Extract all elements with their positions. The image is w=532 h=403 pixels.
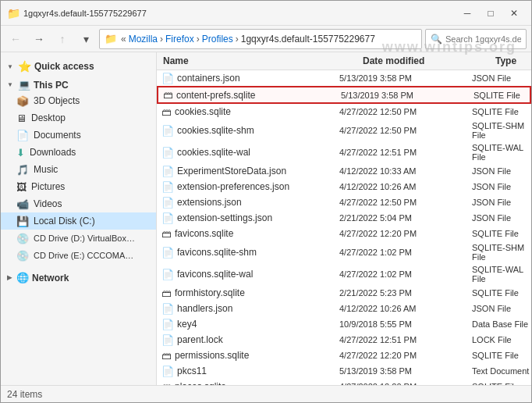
table-row[interactable]: 🗃 places.sqlite 4/27/2022 12:20 PM SQLIT… [157,379,531,385]
sidebar-item-downloads[interactable]: ⬇ Downloads [1,144,156,161]
file-type: SQLITE File [469,107,531,116]
downloads-icon: ⬇ [16,147,25,159]
statusbar: 24 items [1,385,531,402]
sidebar-section-this-pc[interactable]: ▼ 💻 This PC [1,74,156,92]
downloads-label: Downloads [30,147,76,158]
sidebar-item-pictures[interactable]: 🖼 Pictures [1,178,156,195]
table-row[interactable]: 📄 handlers.json 4/12/2022 10:26 AM JSON … [157,301,531,316]
sidebar-item-cd-drive-d[interactable]: 💿 CD Drive (D:) VirtualBox Guest A [1,230,156,247]
up-button[interactable]: ↑ [52,29,73,49]
recent-button[interactable]: ▾ [76,29,96,49]
file-date: 4/27/2022 12:20 PM [336,351,469,360]
col-header-name[interactable]: Name [157,55,360,66]
file-name: 🗃 favicons.sqlite [157,228,336,240]
col-header-date[interactable]: Date modified [360,55,492,66]
file-type: Data Base File [469,319,531,329]
file-date: 4/27/2022 12:20 PM [336,229,469,238]
cd-drive-d-icon: 💿 [16,233,29,244]
table-row[interactable]: 📄 favicons.sqlite-shm 4/27/2022 1:02 PM … [157,241,531,263]
documents-label: Documents [34,130,81,141]
file-icon: 🗃 [161,106,172,118]
file-name-text: permissions.sqlite [175,350,249,361]
titlebar-controls: ─ □ ✕ [456,5,525,22]
file-date: 4/12/2022 10:33 AM [336,166,469,176]
main-content: ▼ ⭐ Quick access ▼ 💻 This PC 📦 3D Object… [1,52,531,385]
table-row[interactable]: 🗃 content-prefs.sqlite 5/13/2019 3:58 PM… [157,86,531,104]
address-part-0[interactable]: Mozilla [129,34,158,45]
table-row[interactable]: 🗃 formhistory.sqlite 2/21/2022 5:23 PM S… [157,285,531,301]
file-icon: 📄 [161,73,174,84]
file-date: 4/12/2022 10:26 AM [336,182,469,191]
sidebar-item-3d-objects[interactable]: 📦 3D Objects [1,92,156,109]
explorer-window: 📁 1gqxyr4s.default-155775229677 ─ □ ✕ ← … [0,0,532,403]
address-part-3[interactable]: 1gqxyr4s.default-155775229677 [241,34,375,45]
file-type: JSON File [469,73,531,83]
file-icon: 📄 [161,269,174,280]
search-input[interactable] [445,34,521,44]
file-name-text: favicons.sqlite [175,228,233,239]
table-row[interactable]: 📄 ExperimentStoreData.json 4/12/2022 10:… [157,163,531,179]
file-name: 📄 pkcs11 [157,366,336,377]
sidebar-item-music[interactable]: 🎵 Music [1,161,156,178]
table-row[interactable]: 📄 key4 10/9/2018 5:55 PM Data Base File [157,316,531,332]
file-type: SQLITE File [469,351,531,360]
file-date: 2/21/2022 5:04 PM [336,213,469,223]
toolbar: ← → ↑ ▾ 📁 « Mozilla › Firefox › Profiles… [1,26,531,52]
folder-icon: 📁 [7,7,20,20]
file-date: 5/13/2019 3:58 PM [336,366,469,376]
table-row[interactable]: 📄 cookies.sqlite-shm 4/27/2022 12:50 PM … [157,119,531,141]
sidebar-item-desktop[interactable]: 🖥 Desktop [1,109,156,127]
sidebar-item-local-disk[interactable]: 💾 Local Disk (C:) [1,212,156,230]
table-row[interactable]: 📄 extensions.json 4/27/2022 12:50 PM JSO… [157,194,531,210]
sidebar-item-videos[interactable]: 📹 Videos [1,195,156,212]
table-row[interactable]: 📄 favicons.sqlite-wal 4/27/2022 1:02 PM … [157,263,531,285]
sidebar-item-documents[interactable]: 📄 Documents [1,127,156,144]
table-row[interactable]: 📄 extension-settings.json 2/21/2022 5:04… [157,210,531,226]
file-date: 4/27/2022 12:50 PM [336,107,469,116]
address-bar[interactable]: 📁 « Mozilla › Firefox › Profiles › 1gqxy… [99,29,422,49]
back-button[interactable]: ← [5,29,26,49]
file-type: JSON File [469,182,531,191]
chevron-network-icon: ▶ [7,274,12,281]
music-icon: 🎵 [16,164,29,176]
file-name-text: ExperimentStoreData.json [177,166,286,177]
address-sep-2: › [197,34,200,45]
sidebar-section-network[interactable]: ▶ 🌐 Network [1,267,156,285]
file-name: 📄 cookies.sqlite-wal [157,147,336,159]
sidebar-item-cd-drive-e[interactable]: 💿 CD Drive (E:) CCCOMA_X64FRE_ [1,247,156,264]
this-pc-icon: 💻 [18,79,30,91]
forward-button[interactable]: → [29,29,49,49]
cd-drive-d-label: CD Drive (D:) VirtualBox Guest A [34,234,135,243]
table-row[interactable]: 📄 parent.lock 4/27/2022 12:51 PM LOCK Fi… [157,332,531,348]
table-row[interactable]: 🗃 cookies.sqlite 4/27/2022 12:50 PM SQLI… [157,104,531,119]
address-part-1[interactable]: Firefox [165,34,194,45]
file-name-text: cookies.sqlite [175,106,231,117]
file-icon: 📄 [161,319,174,330]
file-pane: Name Date modified Type 📄 containers.jso… [157,52,531,385]
file-icon: 📄 [161,125,174,137]
file-header: Name Date modified Type [157,52,531,70]
file-name-text: extension-preferences.json [177,181,289,192]
table-row[interactable]: 🗃 favicons.sqlite 4/27/2022 12:20 PM SQL… [157,226,531,241]
table-row[interactable]: 📄 cookies.sqlite-wal 4/27/2022 12:51 PM … [157,141,531,163]
file-icon: 📄 [161,166,174,177]
address-part-2[interactable]: Profiles [202,34,233,45]
file-date: 4/27/2022 1:02 PM [336,269,469,279]
close-button[interactable]: ✕ [503,5,525,22]
minimize-button[interactable]: ─ [456,5,478,22]
file-date: 4/12/2022 10:26 AM [336,304,469,313]
table-row[interactable]: 📄 pkcs11 5/13/2019 3:58 PM Text Document [157,363,531,379]
quick-access-icon: ⭐ [18,60,31,73]
maximize-button[interactable]: □ [480,5,502,22]
file-date: 2/21/2022 5:23 PM [336,288,469,298]
network-label: Network [32,273,69,284]
file-name: 📄 containers.json [157,73,336,84]
table-row[interactable]: 📄 extension-preferences.json 4/12/2022 1… [157,179,531,194]
table-row[interactable]: 📄 containers.json 5/13/2019 3:58 PM JSON… [157,70,531,86]
col-header-type[interactable]: Type [492,55,531,66]
file-date: 4/27/2022 1:02 PM [336,248,469,257]
table-row[interactable]: 🗃 permissions.sqlite 4/27/2022 12:20 PM … [157,348,531,363]
address-sep-1: › [160,34,163,45]
sidebar-section-quick-access[interactable]: ▼ ⭐ Quick access [1,55,156,74]
address-sep-0: « [121,34,126,45]
